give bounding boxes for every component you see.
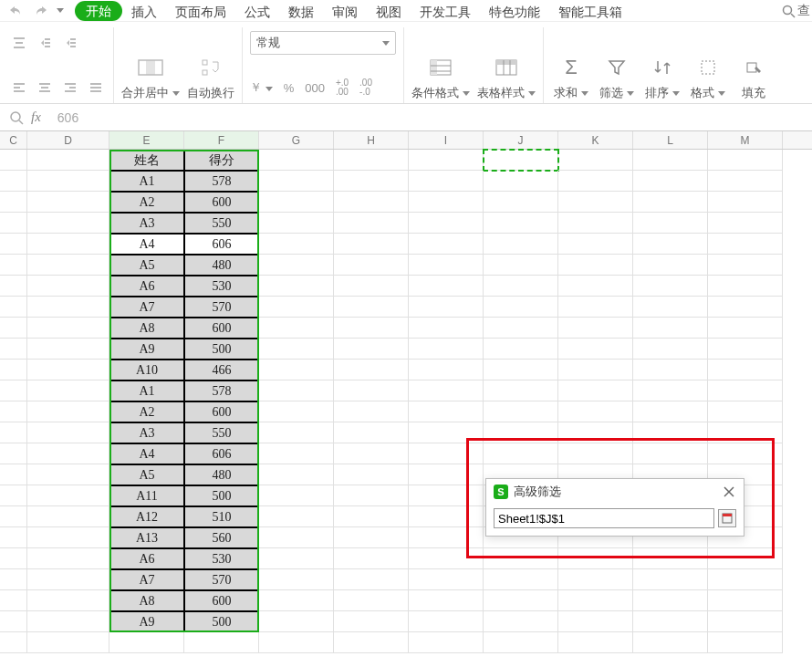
- dec-indent-icon[interactable]: [35, 33, 55, 53]
- cell-H17[interactable]: [334, 485, 409, 506]
- cell-M5[interactable]: [708, 234, 783, 255]
- cell-G3[interactable]: [259, 192, 334, 213]
- cell-K11[interactable]: [558, 360, 633, 380]
- cell-C1[interactable]: [0, 150, 27, 171]
- cell-K22[interactable]: [558, 590, 633, 611]
- cell-L6[interactable]: [633, 255, 708, 276]
- currency-button[interactable]: ￥: [250, 79, 273, 96]
- cell-L12[interactable]: [633, 380, 708, 401]
- cell-F10[interactable]: 500: [184, 339, 259, 360]
- number-format-select[interactable]: 常规: [250, 31, 396, 55]
- cell-C23[interactable]: [0, 611, 27, 632]
- cell-I12[interactable]: [409, 380, 484, 401]
- cell-H7[interactable]: [334, 276, 409, 297]
- cell-H18[interactable]: [334, 506, 409, 527]
- cell-F20[interactable]: 530: [184, 548, 259, 569]
- cell-M2[interactable]: [708, 171, 783, 192]
- col-header-F[interactable]: F: [184, 131, 259, 149]
- cell-G20[interactable]: [259, 548, 334, 569]
- cell-M12[interactable]: [708, 380, 783, 401]
- cell-F13[interactable]: 600: [184, 401, 259, 422]
- cell-M4[interactable]: [708, 213, 783, 234]
- cell-M23[interactable]: [708, 611, 783, 632]
- cell-L4[interactable]: [633, 213, 708, 234]
- cell-L5[interactable]: [633, 234, 708, 255]
- cell-D24[interactable]: [27, 632, 109, 653]
- inc-decimal-button[interactable]: +.0.00: [336, 78, 349, 97]
- cell-D11[interactable]: [27, 360, 109, 380]
- cell-C15[interactable]: [0, 443, 27, 464]
- cell-H3[interactable]: [334, 192, 409, 213]
- cell-L7[interactable]: [633, 276, 708, 297]
- cell-I24[interactable]: [409, 632, 484, 653]
- cell-D8[interactable]: [27, 297, 109, 318]
- cell-E4[interactable]: A3: [109, 213, 184, 234]
- cell-C11[interactable]: [0, 360, 27, 380]
- cell-H1[interactable]: [334, 150, 409, 171]
- cell-E1[interactable]: 姓名: [109, 150, 184, 171]
- cell-J11[interactable]: [484, 360, 558, 380]
- cell-K21[interactable]: [558, 569, 633, 590]
- cell-F17[interactable]: 500: [184, 485, 259, 506]
- cell-H15[interactable]: [334, 443, 409, 464]
- cell-H8[interactable]: [334, 297, 409, 318]
- cell-C18[interactable]: [0, 506, 27, 527]
- cell-M13[interactable]: [708, 401, 783, 422]
- cell-C10[interactable]: [0, 339, 27, 360]
- cell-E24[interactable]: [109, 632, 184, 653]
- cell-I7[interactable]: [409, 276, 484, 297]
- col-header-K[interactable]: K: [558, 131, 633, 149]
- cell-F2[interactable]: 578: [184, 171, 259, 192]
- cell-F19[interactable]: 560: [184, 527, 259, 548]
- cell-M9[interactable]: [708, 318, 783, 339]
- col-header-H[interactable]: H: [334, 131, 409, 149]
- cell-F18[interactable]: 510: [184, 506, 259, 527]
- cell-J24[interactable]: [484, 632, 558, 653]
- cell-G15[interactable]: [259, 443, 334, 464]
- cell-F1[interactable]: 得分: [184, 150, 259, 171]
- cell-L2[interactable]: [633, 171, 708, 192]
- filter-button[interactable]: 筛选: [597, 52, 637, 103]
- cell-D4[interactable]: [27, 213, 109, 234]
- cell-H6[interactable]: [334, 255, 409, 276]
- col-header-E[interactable]: E: [109, 131, 184, 149]
- cell-H12[interactable]: [334, 380, 409, 401]
- cell-C6[interactable]: [0, 255, 27, 276]
- cell-F3[interactable]: 600: [184, 192, 259, 213]
- cell-J22[interactable]: [484, 590, 558, 611]
- percent-button[interactable]: %: [284, 81, 295, 95]
- format-button[interactable]: 格式: [688, 52, 728, 103]
- cell-K12[interactable]: [558, 380, 633, 401]
- cell-G24[interactable]: [259, 632, 334, 653]
- cell-E12[interactable]: A1: [109, 380, 184, 401]
- cell-D7[interactable]: [27, 276, 109, 297]
- cell-H21[interactable]: [334, 569, 409, 590]
- cell-K24[interactable]: [558, 632, 633, 653]
- cell-G8[interactable]: [259, 297, 334, 318]
- cell-H11[interactable]: [334, 360, 409, 380]
- cell-E10[interactable]: A9: [109, 339, 184, 360]
- cell-F15[interactable]: 606: [184, 443, 259, 464]
- cell-L21[interactable]: [633, 569, 708, 590]
- col-header-I[interactable]: I: [409, 131, 484, 149]
- cell-K1[interactable]: [558, 150, 633, 171]
- cell-C4[interactable]: [0, 213, 27, 234]
- cell-I23[interactable]: [409, 611, 484, 632]
- cell-J5[interactable]: [484, 234, 558, 255]
- cell-K8[interactable]: [558, 297, 633, 318]
- cell-K6[interactable]: [558, 255, 633, 276]
- cell-D14[interactable]: [27, 422, 109, 443]
- cell-L8[interactable]: [633, 297, 708, 318]
- align-left-icon[interactable]: [9, 78, 29, 98]
- cell-C24[interactable]: [0, 632, 27, 653]
- cell-F9[interactable]: 600: [184, 318, 259, 339]
- cell-L13[interactable]: [633, 401, 708, 422]
- cell-G16[interactable]: [259, 464, 334, 485]
- cell-E20[interactable]: A6: [109, 548, 184, 569]
- cell-K4[interactable]: [558, 213, 633, 234]
- cell-H14[interactable]: [334, 422, 409, 443]
- range-picker-button[interactable]: [718, 509, 736, 527]
- cell-G19[interactable]: [259, 527, 334, 548]
- cell-G12[interactable]: [259, 380, 334, 401]
- cell-H20[interactable]: [334, 548, 409, 569]
